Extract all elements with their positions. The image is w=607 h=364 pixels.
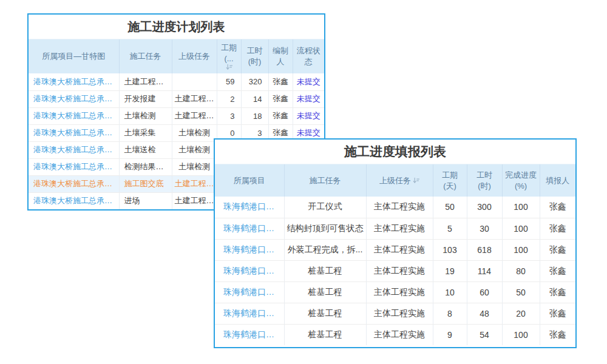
parent-task-cell: 土建工程施工 (172, 107, 217, 124)
project-link[interactable]: 珠海鹤港口建设 (215, 324, 284, 345)
task-cell: 施工图交底 (119, 175, 172, 192)
progress-cell: 100 (502, 197, 540, 218)
table-row: 珠海鹤港口建设桩基工程主体工程实施106050张鑫 (215, 281, 575, 303)
parent-task-cell: 土建工程施工 (172, 175, 217, 192)
duration-cell: 5 (433, 218, 467, 239)
column-header-duration[interactable]: 工期(... (217, 39, 241, 73)
project-link[interactable]: 港珠澳大桥施工总承包项目 (29, 141, 119, 158)
duration-cell: 103 (433, 239, 467, 260)
duration-cell: 59 (217, 73, 241, 90)
sort-icon (226, 64, 232, 70)
table-row: 珠海鹤港口建设结构封顶到可售状态主体工程实施530100张鑫 (215, 218, 575, 239)
task-cell: 桩基工程 (284, 324, 366, 345)
reporter-cell: 张鑫 (540, 239, 575, 260)
parent-task-cell: 主体工程实施 (366, 303, 433, 324)
parent-task-cell: 主体工程实施 (366, 197, 433, 218)
column-header-duration: 工期(天) (433, 164, 467, 197)
hours-cell: 54 (467, 324, 502, 345)
report-list-title: 施工进度填报列表 (215, 140, 575, 164)
hours-cell: 18 (241, 107, 268, 124)
project-link[interactable]: 珠海鹤港口建设 (215, 260, 284, 281)
task-cell: 土壤采集 (119, 124, 172, 141)
table-row: 港珠澳大桥施工总承包项目土建工程施工59320张鑫未提交 (29, 73, 324, 90)
reporter-cell: 张鑫 (540, 303, 575, 324)
report-table-header: 所属项目施工任务上级任务工期(天)工时(时)完成进度 (%)填报人 (215, 164, 575, 197)
hours-cell: 300 (467, 197, 502, 218)
project-link[interactable]: 港珠澳大桥施工总承包项目 (29, 107, 119, 124)
parent-task-cell: 主体工程实施 (366, 218, 433, 239)
parent-task-cell: 土建工程施工 (172, 90, 217, 107)
plan-table-header: 所属项目—甘特图施工任务上级任务工期(...工时(时)编制人流程状态 (29, 39, 324, 73)
project-link[interactable]: 珠海鹤港口建设 (215, 239, 284, 260)
reporter-cell: 张鑫 (540, 260, 575, 281)
hours-cell: 48 (467, 303, 502, 324)
header-row: 所属项目施工任务上级任务工期(天)工时(时)完成进度 (%)填报人 (215, 164, 575, 197)
project-link[interactable]: 港珠澳大桥施工总承包项目 (29, 158, 119, 175)
duration-cell: 2 (217, 90, 241, 107)
sort-icon (413, 177, 419, 184)
duration-cell: 50 (433, 197, 467, 218)
parent-task-cell: 主体工程实施 (366, 239, 433, 260)
progress-cell: 50 (502, 281, 540, 303)
project-link[interactable]: 港珠澳大桥施工总承包项目 (29, 175, 119, 192)
hours-cell: 618 (467, 239, 502, 260)
parent-task-cell: 主体工程实施 (366, 281, 433, 303)
plan-list-title: 施工进度计划列表 (29, 15, 324, 39)
reporter-cell: 张鑫 (540, 197, 575, 218)
task-cell: 外装工程完成，拆... (284, 239, 366, 260)
table-row: 珠海鹤港口建设桩基工程主体工程实施84820张鑫 (215, 303, 575, 324)
parent-task-cell: 主体工程实施 (366, 324, 433, 345)
parent-task-cell: 土建工程施工 (172, 192, 217, 209)
creator-cell: 张鑫 (268, 90, 293, 107)
table-row: 珠海鹤港口建设桩基工程主体工程实施954100张鑫 (215, 324, 575, 345)
project-link[interactable]: 港珠澳大桥施工总承包项目 (29, 192, 119, 209)
parent-task-cell: 主体工程实施 (366, 260, 433, 281)
duration-cell: 10 (433, 281, 467, 303)
hours-cell: 60 (467, 281, 502, 303)
task-cell: 土壤送检 (119, 141, 172, 158)
task-cell: 检测结果存底 (119, 158, 172, 175)
column-header-task: 施工任务 (119, 39, 172, 73)
report-table-body: 珠海鹤港口建设开工仪式主体工程实施50300100张鑫珠海鹤港口建设结构封顶到可… (215, 197, 575, 345)
project-link[interactable]: 珠海鹤港口建设 (215, 281, 284, 303)
project-link[interactable]: 珠海鹤港口建设 (215, 197, 284, 218)
parent-task-cell: 土壤检测 (172, 141, 217, 158)
project-link[interactable]: 港珠澳大桥施工总承包项目 (29, 73, 119, 90)
header-row: 所属项目—甘特图施工任务上级任务工期(...工时(时)编制人流程状态 (29, 39, 324, 73)
reporter-cell: 张鑫 (540, 281, 575, 303)
reporter-cell: 张鑫 (540, 218, 575, 239)
creator-cell: 张鑫 (268, 73, 293, 90)
status-link[interactable]: 未提交 (293, 107, 324, 124)
hours-cell: 14 (241, 90, 268, 107)
project-link[interactable]: 珠海鹤港口建设 (215, 303, 284, 324)
reporter-cell: 张鑫 (540, 324, 575, 345)
task-cell: 结构封顶到可售状态 (284, 218, 366, 239)
status-link[interactable]: 未提交 (293, 90, 324, 107)
task-cell: 土建工程施工 (119, 73, 172, 90)
task-cell: 桩基工程 (284, 303, 366, 324)
parent-task-cell: 土壤检测 (172, 158, 217, 175)
column-header-parent-task[interactable]: 上级任务 (366, 164, 433, 197)
duration-cell: 8 (433, 303, 467, 324)
report-table: 所属项目施工任务上级任务工期(天)工时(时)完成进度 (%)填报人 珠海鹤港口建… (215, 164, 575, 345)
creator-cell: 张鑫 (268, 107, 293, 124)
column-header-project: 所属项目—甘特图 (29, 39, 119, 73)
column-header-task: 施工任务 (284, 164, 366, 197)
project-link[interactable]: 港珠澳大桥施工总承包项目 (29, 124, 119, 141)
column-header-reporter: 填报人 (540, 164, 575, 197)
task-cell: 开发报建 (119, 90, 172, 107)
project-link[interactable]: 港珠澳大桥施工总承包项目 (29, 90, 119, 107)
column-header-parent-task: 上级任务 (172, 39, 217, 73)
column-header-project: 所属项目 (215, 164, 284, 197)
status-link[interactable]: 未提交 (293, 73, 324, 90)
column-header-progress: 完成进度 (%) (502, 164, 540, 197)
progress-cell: 100 (502, 324, 540, 345)
task-cell: 土壤检测 (119, 107, 172, 124)
progress-cell: 100 (502, 218, 540, 239)
parent-task-cell (172, 73, 217, 90)
duration-cell: 19 (433, 260, 467, 281)
report-list-panel: 施工进度填报列表 所属项目施工任务上级任务工期(天)工时(时)完成进度 (%)填… (214, 138, 577, 348)
task-cell: 桩基工程 (284, 260, 366, 281)
column-header-hours: 工时(时) (467, 164, 502, 197)
project-link[interactable]: 珠海鹤港口建设 (215, 218, 284, 239)
